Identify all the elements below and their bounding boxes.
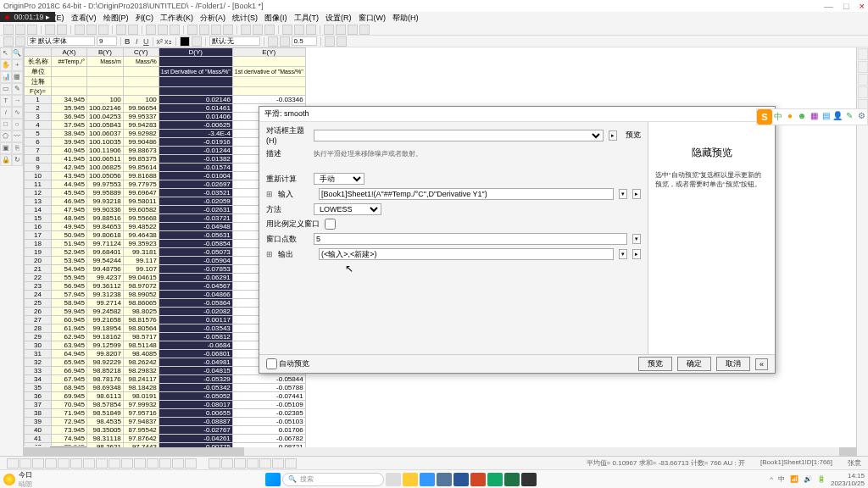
bold-button[interactable]: B <box>125 37 131 46</box>
ime-toolbar[interactable]: S 中 ● ☻ ▦ ▤ 👤 ✎ ⚙ <box>756 108 868 125</box>
tray-chevron-icon[interactable]: ^ <box>770 475 773 483</box>
underline-button[interactable]: U <box>143 37 149 46</box>
text-icon[interactable] <box>15 36 25 47</box>
status-excel-icon[interactable] <box>221 458 233 469</box>
read-tool-icon[interactable]: + <box>12 59 24 71</box>
save-icon[interactable] <box>27 25 37 35</box>
x-axis-icon[interactable] <box>282 25 292 35</box>
menu-view[interactable]: 查看(V) <box>71 13 97 24</box>
close-button[interactable]: × <box>860 1 865 11</box>
fit-icon[interactable] <box>170 25 180 35</box>
start-button[interactable] <box>265 473 281 486</box>
taskview-icon[interactable] <box>386 473 401 486</box>
status-wb-icon[interactable] <box>209 458 220 469</box>
table-row[interactable]: 3467.94598.7817698.24117-0.05329-0.05844 <box>25 375 306 384</box>
open-icon[interactable] <box>15 25 25 35</box>
circle-tool-icon[interactable]: ○ <box>12 119 24 130</box>
status-vec-icon[interactable] <box>172 458 184 469</box>
taskbar-search[interactable]: 🔍 搜索 <box>282 473 384 486</box>
autopreview-checkbox[interactable] <box>266 358 277 369</box>
status-box-icon[interactable] <box>134 458 146 469</box>
input-expander[interactable]: ⊞ <box>266 190 273 198</box>
horizontal-scrollbar[interactable] <box>24 447 856 456</box>
freehand-tool-icon[interactable]: 〰 <box>12 130 24 142</box>
data-tool-icon[interactable]: 📊 <box>0 71 12 83</box>
input-menu-button[interactable]: ▸ <box>632 189 641 199</box>
ime-emoji-icon[interactable]: ☻ <box>796 111 808 123</box>
terminal-icon[interactable] <box>521 473 537 486</box>
status-stat-icon[interactable] <box>121 458 133 469</box>
ime-login-icon[interactable]: 👤 <box>832 111 843 123</box>
table-row[interactable]: 3669.94598.611398.0191-0.05052-0.07441 <box>25 392 306 401</box>
menu-window[interactable]: 窗口(W) <box>359 13 387 24</box>
scatter-icon[interactable] <box>199 25 209 35</box>
style-selector[interactable] <box>209 36 260 46</box>
sogou-icon[interactable]: S <box>757 109 772 125</box>
menu-image[interactable]: 图像(I) <box>264 13 287 24</box>
output-field[interactable] <box>319 248 614 260</box>
redo-icon[interactable] <box>98 25 108 35</box>
pie-icon[interactable] <box>223 25 233 35</box>
minimize-button[interactable]: — <box>824 1 833 11</box>
table-row[interactable]: 3770.94598.5785497.99932-0.08017-0.05109 <box>25 401 306 409</box>
status-templ-icon[interactable] <box>185 458 197 469</box>
table-row[interactable]: 134.9451001000.02146-0.03346 <box>25 96 306 104</box>
export-icon[interactable] <box>57 25 67 35</box>
menu-plot[interactable]: 绘图(P) <box>103 13 129 24</box>
tray-date[interactable]: 2023/10/25 <box>831 480 865 487</box>
menu-help[interactable]: 帮助(H) <box>392 13 419 24</box>
excel-icon[interactable] <box>504 473 520 486</box>
grid-icon[interactable] <box>337 36 347 47</box>
define-window-checkbox[interactable] <box>325 219 336 230</box>
menu-statistics[interactable]: 统计(S) <box>232 13 258 24</box>
status-layout-icon[interactable] <box>272 458 284 469</box>
input-browse-button[interactable]: ▾ <box>619 189 627 199</box>
roi-tool-icon[interactable]: ▣ <box>0 142 12 154</box>
arrow-right-icon[interactable] <box>336 25 346 35</box>
tray-lang-icon[interactable]: 中 <box>778 474 785 484</box>
menu-tools[interactable]: 工具(T) <box>294 13 320 24</box>
status-area-icon[interactable] <box>58 458 70 469</box>
pointer-icon[interactable] <box>3 36 14 47</box>
window-points-input[interactable] <box>314 233 627 245</box>
text-tool-icon[interactable]: T <box>0 95 12 107</box>
store-icon[interactable] <box>437 473 452 486</box>
ime-settings-icon[interactable]: ⚙ <box>855 111 867 123</box>
status-scatter-icon[interactable] <box>19 458 31 469</box>
menu-preferences[interactable]: 设置(R) <box>326 13 352 24</box>
superscript-button[interactable]: x² <box>157 37 164 46</box>
output-expander[interactable]: ⊞ <box>266 250 273 258</box>
tray-time[interactable]: 14:15 <box>831 472 865 480</box>
select-tool-icon[interactable]: ↖ <box>0 47 12 59</box>
tray-wifi-icon[interactable]: 📶 <box>790 475 798 483</box>
status-contour-icon[interactable] <box>96 458 108 469</box>
input-field[interactable] <box>319 188 614 200</box>
powerpoint-icon[interactable] <box>470 473 486 486</box>
output-browse-button[interactable]: ▾ <box>619 249 627 259</box>
status-func-icon[interactable] <box>259 458 271 469</box>
rect-icon[interactable] <box>325 36 335 47</box>
line-icon[interactable] <box>268 36 278 47</box>
fill-color-icon[interactable] <box>192 36 202 47</box>
pan-tool-icon[interactable]: ✋ <box>0 59 12 71</box>
lock-tool-icon[interactable]: 🔒 <box>0 154 12 166</box>
dialog-titlebar[interactable]: 平滑: smooth × <box>259 107 775 122</box>
rect-tool-icon[interactable]: □ <box>0 119 12 130</box>
status-hist-icon[interactable] <box>147 458 159 469</box>
explorer-icon[interactable] <box>403 473 418 486</box>
font-size-input[interactable] <box>97 36 117 46</box>
status-bar-icon[interactable] <box>32 458 44 469</box>
ime-voice-icon[interactable]: ▤ <box>820 111 832 123</box>
table-row[interactable]: 3972.94598.453597.94837-0.08887-0.05103 <box>25 418 306 426</box>
collapse-preview-button[interactable]: « <box>755 358 768 370</box>
import-icon[interactable] <box>45 25 55 35</box>
italic-button[interactable]: I <box>136 37 138 46</box>
duplicate-icon[interactable] <box>128 25 138 35</box>
arrow-up-icon[interactable] <box>348 25 358 35</box>
ime-tool-icon[interactable]: ✎ <box>843 111 855 123</box>
taskbar-weather[interactable]: 今日 晴朗 <box>3 470 32 489</box>
autopreview-checkbox-label[interactable]: 自动预览 <box>266 358 309 369</box>
method-select[interactable]: LOWESS <box>314 203 381 215</box>
preview-button[interactable]: 预览 <box>638 357 672 371</box>
curve-tool-icon[interactable]: ∿ <box>12 107 24 119</box>
